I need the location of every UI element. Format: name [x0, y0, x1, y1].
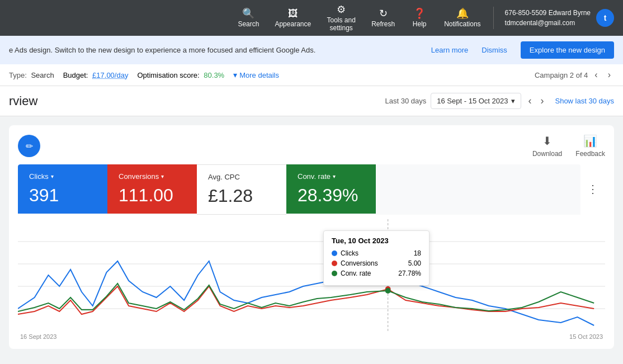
- conv-rate-dot: [332, 271, 337, 276]
- chart-start-date: 16 Sept 2023: [20, 333, 56, 340]
- tooltip-clicks-val: 18: [414, 249, 421, 257]
- user-info[interactable]: 676-850-5509 Edward Byrne tdmcdental@gma…: [498, 8, 614, 28]
- campaign-bar: Type: Search Budget: £17.00/day Optimisa…: [0, 64, 623, 86]
- conv-rate-value: 28.39%: [298, 185, 365, 206]
- metric-avg-cpc: Avg. CPC £1.28: [197, 164, 286, 215]
- notifications-icon: 🔔: [456, 8, 469, 18]
- refresh-icon: ↻: [379, 8, 388, 18]
- clicks-dropdown-icon: ▾: [51, 173, 54, 179]
- tooltip-date: Tue, 10 Oct 2023: [332, 237, 421, 245]
- nav-refresh[interactable]: ↻ Refresh: [364, 4, 403, 32]
- nav-search[interactable]: 🔍 Search: [230, 4, 267, 32]
- edit-button[interactable]: ✏: [18, 135, 40, 157]
- conv-rate-dropdown-icon: ▾: [333, 173, 336, 179]
- user-phone: 676-850-5509 Edward Byrne: [505, 8, 591, 18]
- pencil-icon: ✏: [26, 141, 33, 152]
- tooltip-row-clicks: Clicks 18: [332, 249, 421, 257]
- tooltip-row-conversions: Conversions 5.00: [332, 259, 421, 267]
- show-last-30-days-link[interactable]: Show last 30 days: [555, 97, 614, 105]
- user-email: tdmcdental@gmail.com: [505, 18, 591, 28]
- user-text: 676-850-5509 Edward Byrne tdmcdental@gma…: [505, 8, 591, 28]
- conversions-value: 111.00: [119, 185, 186, 206]
- help-icon: ❓: [413, 8, 426, 18]
- new-design-banner: e Ads design. Switch to the new design t…: [0, 36, 623, 64]
- tools-icon: ⚙: [337, 4, 346, 15]
- dropdown-icon: ▾: [511, 97, 515, 105]
- download-icon: ⬇: [542, 134, 552, 148]
- overview-card: ✏ ⬇ Download 📊 Feedback Clicks ▾: [9, 125, 614, 349]
- feedback-icon: 📊: [583, 134, 597, 148]
- chevron-down-icon: ▾: [233, 70, 237, 79]
- conversions-label: Conversions ▾: [119, 172, 186, 181]
- chart-svg: [18, 219, 605, 331]
- tooltip-conversions-label: Conversions: [341, 259, 405, 267]
- nav-items: 🔍 Search 🖼 Appearance ⚙ Tools and settin…: [230, 0, 614, 36]
- metric-clicks[interactable]: Clicks ▾ 391: [18, 164, 107, 214]
- metrics-more-button[interactable]: ⋮: [580, 173, 605, 205]
- nav-tools-label: Tools and settings: [327, 16, 356, 32]
- budget-label: Budget: £17.00/day: [63, 71, 129, 79]
- appearance-icon: 🖼: [288, 8, 298, 18]
- date-preset-label: Last 30 days: [385, 97, 427, 105]
- campaign-next-button[interactable]: ›: [605, 69, 614, 81]
- chart-area: Tue, 10 Oct 2023 Clicks 18 Conversions 5…: [18, 219, 605, 331]
- campaign-nav: Campaign 2 of 4 ‹ ›: [535, 69, 614, 81]
- tooltip-conv-rate-val: 27.78%: [398, 270, 421, 277]
- avg-cpc-value: £1.28: [208, 186, 275, 206]
- page-title: rview: [9, 94, 379, 108]
- tooltip-conversions-val: 5.00: [408, 259, 421, 267]
- nav-divider: [493, 7, 494, 29]
- explore-new-design-button[interactable]: Explore the new design: [521, 41, 614, 59]
- date-range-selector[interactable]: 16 Sept - 15 Oct 2023 ▾: [431, 93, 521, 109]
- metric-conversions[interactable]: Conversions ▾ 111.00: [107, 164, 197, 214]
- nav-help-label: Help: [413, 20, 427, 28]
- download-label: Download: [532, 150, 562, 158]
- nav-notifications[interactable]: 🔔 Notifications: [436, 4, 488, 32]
- conversions-dropdown-icon: ▾: [161, 173, 164, 179]
- tooltip-clicks-label: Clicks: [341, 249, 410, 257]
- tooltip-conv-rate-label: Conv. rate: [341, 270, 395, 277]
- more-details-button[interactable]: ▾ More details: [233, 70, 279, 79]
- top-navigation: 🔍 Search 🖼 Appearance ⚙ Tools and settin…: [0, 0, 623, 36]
- nav-appearance[interactable]: 🖼 Appearance: [267, 4, 319, 32]
- nav-tools[interactable]: ⚙ Tools and settings: [319, 0, 364, 36]
- banner-dismiss[interactable]: Dismiss: [482, 46, 507, 54]
- clicks-dot: [332, 250, 337, 256]
- date-prev-button[interactable]: ‹: [526, 94, 534, 108]
- feedback-label: Feedback: [575, 150, 605, 158]
- card-actions: ✏ ⬇ Download 📊 Feedback: [18, 134, 605, 158]
- type-label: Type: Search: [9, 71, 54, 79]
- feedback-button[interactable]: 📊 Feedback: [575, 134, 605, 158]
- avatar[interactable]: t: [596, 9, 614, 27]
- search-icon: 🔍: [242, 8, 254, 18]
- metrics-section: Clicks ▾ 391 Conversions ▾ 111.00 Avg. C…: [18, 164, 605, 215]
- metrics-container: Clicks ▾ 391 Conversions ▾ 111.00 Avg. C…: [18, 164, 580, 215]
- nav-notifications-label: Notifications: [444, 20, 480, 28]
- score-label: Optimisation score: 80.3%: [137, 71, 224, 79]
- nav-refresh-label: Refresh: [371, 20, 395, 28]
- date-range-section: Last 30 days 16 Sept - 15 Oct 2023 ▾ ‹ ›…: [385, 93, 614, 109]
- svg-point-7: [385, 288, 391, 294]
- conversions-dot: [332, 261, 337, 266]
- banner-learn-more[interactable]: Learn more: [431, 46, 468, 54]
- chart-dates: 16 Sept 2023 15 Oct 2023: [18, 333, 605, 340]
- campaign-prev-button[interactable]: ‹: [591, 69, 601, 81]
- conv-rate-label: Conv. rate ▾: [298, 172, 365, 181]
- page-header: rview Last 30 days 16 Sept - 15 Oct 2023…: [0, 86, 623, 116]
- tooltip-row-conv-rate: Conv. rate 27.78%: [332, 270, 421, 277]
- clicks-label: Clicks ▾: [29, 172, 96, 181]
- card-actions-right: ⬇ Download 📊 Feedback: [532, 134, 605, 158]
- chart-end-date: 15 Oct 2023: [569, 333, 603, 340]
- date-next-button[interactable]: ›: [538, 94, 546, 108]
- chart-tooltip: Tue, 10 Oct 2023 Clicks 18 Conversions 5…: [323, 230, 430, 286]
- banner-text: e Ads design. Switch to the new design t…: [9, 46, 424, 54]
- avg-cpc-label: Avg. CPC: [208, 173, 275, 181]
- main-content: ✏ ⬇ Download 📊 Feedback Clicks ▾: [0, 116, 623, 358]
- download-button[interactable]: ⬇ Download: [532, 134, 562, 158]
- nav-search-label: Search: [238, 20, 259, 28]
- date-range-value: 16 Sept - 15 Oct 2023: [437, 97, 508, 105]
- nav-help[interactable]: ❓ Help: [403, 4, 436, 32]
- clicks-value: 391: [29, 185, 96, 206]
- metric-conv-rate[interactable]: Conv. rate ▾ 28.39%: [286, 164, 376, 214]
- nav-appearance-label: Appearance: [275, 20, 311, 28]
